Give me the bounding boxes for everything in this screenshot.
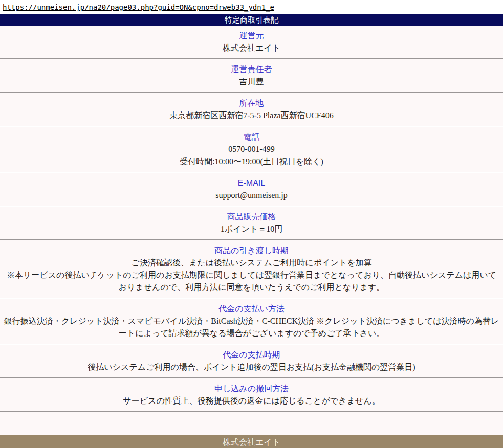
transaction-sections: 運営元株式会社エイト運営責任者吉川豊所在地東京都新宿区西新宿7-5-5 Plaz… [0,26,503,412]
section-heading: 代金の支払い方法 [3,303,500,315]
section-line: ※本サービスの後払いチケットのご利用のお支払期限に関しましては翌銀行営業日までと… [3,269,500,294]
section-heading: 代金の支払時期 [3,349,500,361]
page-url-strip: https://unmeisen.jp/na20/page03.php?guid… [0,0,503,14]
section-heading: E-MAIL [3,177,500,189]
page-title: 特定商取引表記 [225,15,278,25]
transaction-section: 代金の支払い方法銀行振込決済・クレジット決済・スマピモバイル決済・BitCash… [0,299,503,344]
section-line: 吉川豊 [3,76,500,88]
transaction-section: 所在地東京都新宿区西新宿7-5-5 Plaza西新宿UCF406 [0,93,503,126]
section-line: ご決済確認後、または後払いシステムご利用時にポイントを加算 [3,257,500,269]
transaction-section: 申し込みの撤回方法サービスの性質上、役務提供後の返金には応じることができません。 [0,378,503,411]
section-heading: 運営元 [3,30,500,42]
section-heading: 商品販売価格 [3,211,500,223]
section-line: 受付時間:10:00〜19:00(土日祝日を除く) [3,155,500,168]
section-line: 株式会社エイト [3,42,500,54]
page-title-bar: 特定商取引表記 [0,14,503,26]
footer-company-name: 株式会社エイト [223,437,280,448]
section-line: 銀行振込決済・クレジット決済・スマピモバイル決済・BitCash決済・C-CHE… [3,315,500,340]
transaction-section: 運営責任者吉川豊 [0,59,503,92]
footer-bar: 株式会社エイト [0,435,503,448]
section-heading: 申し込みの撤回方法 [3,383,500,395]
transaction-section: 商品の引き渡し時期ご決済確認後、または後払いシステムご利用時にポイントを加算※本… [0,240,503,298]
section-line: 後払いシステムご利用の場合、ポイント追加後の翌日お支払(お支払金融機関の翌営業日… [3,361,500,373]
section-heading: 運営責任者 [3,63,500,76]
transaction-section: 運営元株式会社エイト [0,26,503,58]
section-line: 東京都新宿区西新宿7-5-5 Plaza西新宿UCF406 [3,109,500,122]
footer-gap [0,412,503,435]
page-url-link[interactable]: https://unmeisen.jp/na20/page03.php?guid… [3,3,274,11]
section-heading: 電話 [3,131,500,143]
transaction-section: 電話0570-001-499受付時間:10:00〜19:00(土日祝日を除く) [0,127,503,172]
section-line: support@unmeisen.jp [3,189,500,201]
transaction-section: E-MAILsupport@unmeisen.jp [0,173,503,206]
section-line: 0570-001-499 [3,143,500,155]
section-heading: 所在地 [3,97,500,109]
transaction-section: 代金の支払時期後払いシステムご利用の場合、ポイント追加後の翌日お支払(お支払金融… [0,345,503,377]
section-line: サービスの性質上、役務提供後の返金には応じることができません。 [3,395,500,407]
transaction-section: 商品販売価格1ポイント＝10円 [0,207,503,239]
section-line: 1ポイント＝10円 [3,223,500,235]
section-heading: 商品の引き渡し時期 [3,244,500,257]
